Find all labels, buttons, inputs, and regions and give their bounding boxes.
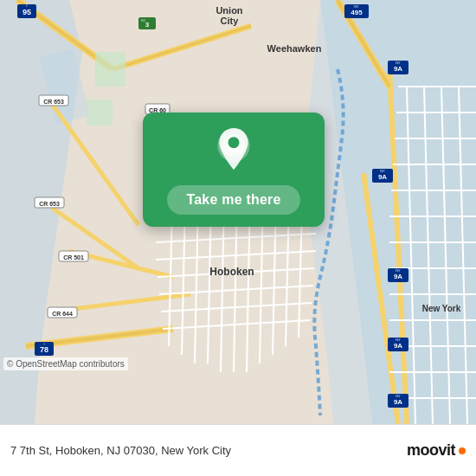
moovit-logo: moovit (407, 441, 466, 460)
svg-text:NY: NY (396, 61, 401, 65)
svg-text:Weehawken: Weehawken (267, 43, 322, 54)
map-attribution: © OpenStreetMap contributors (3, 357, 128, 370)
svg-text:9A: 9A (394, 398, 402, 406)
svg-text:NY: NY (396, 268, 401, 273)
svg-text:NY: NY (396, 338, 401, 342)
svg-text:NJ: NJ (141, 18, 145, 23)
svg-rect-95 (95, 52, 125, 87)
svg-text:CR 644: CR 644 (52, 311, 73, 317)
svg-text:CR 501: CR 501 (63, 254, 84, 261)
svg-text:9A: 9A (378, 173, 387, 181)
map-container: 95 I 3 NJ CR 653 CR 653 CR 60 CR 501 CR … (0, 0, 476, 424)
svg-text:New York: New York (422, 304, 461, 313)
address-label: 7 7th St, Hoboken, NJ 07030, New York Ci… (10, 444, 407, 457)
moovit-logo-text: moovit (407, 441, 455, 460)
svg-text:I: I (26, 3, 27, 8)
svg-text:3: 3 (145, 21, 150, 29)
svg-text:495: 495 (351, 9, 363, 16)
svg-text:9A: 9A (394, 273, 402, 280)
svg-text:Hoboken: Hoboken (209, 266, 254, 278)
svg-text:NY: NY (396, 394, 401, 398)
svg-text:9A: 9A (394, 342, 402, 350)
svg-text:CR 653: CR 653 (43, 99, 64, 105)
svg-text:I: I (43, 342, 44, 346)
location-pin-icon (211, 128, 256, 173)
svg-text:Union: Union (215, 5, 242, 16)
footer: 7 7th St, Hoboken, NJ 07030, New York Ci… (0, 424, 476, 476)
svg-text:City: City (221, 16, 240, 26)
svg-rect-96 (87, 100, 113, 125)
svg-text:CR 653: CR 653 (39, 201, 60, 207)
take-me-there-button[interactable]: Take me there (167, 185, 299, 215)
svg-text:9A: 9A (394, 65, 402, 73)
svg-text:95: 95 (23, 8, 31, 16)
navigation-card: Take me there (143, 113, 325, 227)
svg-text:NY: NY (354, 4, 359, 9)
svg-text:NY: NY (380, 169, 385, 173)
svg-text:78: 78 (40, 345, 48, 354)
svg-point-100 (228, 137, 240, 148)
moovit-dot-icon (459, 447, 466, 454)
